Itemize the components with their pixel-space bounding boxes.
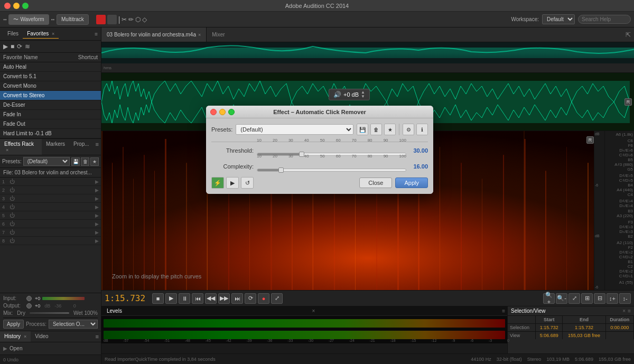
waveform-btn[interactable]: 〜 Waveform	[8, 14, 49, 25]
tab-video[interactable]: Video	[31, 331, 52, 342]
stop-btn[interactable]: ■	[152, 293, 164, 304]
multitrack-btn[interactable]: Multitrack	[57, 14, 89, 25]
tool1[interactable]	[107, 15, 117, 24]
complexity-thumb[interactable]	[278, 167, 284, 173]
loop-btn[interactable]: ⟳	[17, 43, 22, 50]
expand-btn[interactable]: ▶	[95, 179, 99, 184]
dialog-info-btn[interactable]: ℹ	[416, 124, 428, 135]
dialog-loop-file-btn[interactable]: ↺	[241, 177, 254, 189]
editor-tab[interactable]: 03 Bolero for violin and orchestra.m4a ×	[101, 27, 207, 42]
history-item-open[interactable]: ▶ Open	[3, 344, 98, 352]
dialog-minimize-btn[interactable]	[219, 109, 226, 115]
files-menu-btn[interactable]: ≡	[95, 31, 98, 37]
zoom-h-in-btn[interactable]: ↕+	[607, 293, 618, 304]
list-item[interactable]: Auto Heal	[0, 62, 101, 72]
power-btn[interactable]: ⏻	[10, 179, 17, 184]
tab-history[interactable]: History ×	[0, 331, 31, 342]
power-btn[interactable]: ⏻	[10, 187, 17, 193]
extra-btn[interactable]: ⤢	[271, 293, 283, 304]
tab-favorites[interactable]: Favorites ×	[23, 29, 59, 39]
expand-btn[interactable]: ▶	[95, 196, 99, 201]
play-btn[interactable]: ▶	[3, 43, 8, 50]
sel-view-close-btn[interactable]: ×	[622, 308, 626, 314]
spectral-r-btn[interactable]: R	[586, 136, 594, 144]
presets-star-btn[interactable]: ★	[90, 157, 99, 166]
list-item[interactable]: Fade In	[0, 110, 101, 119]
tab-effects-rack[interactable]: Effects Rack ×	[0, 139, 42, 155]
process-select[interactable]: Selection O...	[49, 320, 98, 329]
list-item[interactable]: Hard Limit to -0.1 dB	[0, 129, 101, 138]
zoom-fit-btn[interactable]: ⤢	[568, 293, 580, 304]
dialog-delete-preset-btn[interactable]: 🗑	[370, 124, 382, 135]
search-input[interactable]	[578, 15, 631, 24]
list-item[interactable]: Fade Out	[0, 119, 101, 129]
sel-view-menu-btn[interactable]: ≡	[628, 308, 631, 314]
editor-tab-close[interactable]: ×	[198, 32, 201, 38]
power-btn[interactable]: ⏻	[10, 195, 17, 201]
dialog-close-button[interactable]: Close	[359, 178, 392, 188]
mixer-tab[interactable]: Mixer	[207, 32, 230, 38]
levels-menu-btn[interactable]: ≡	[502, 308, 505, 314]
expand-btn[interactable]: ▶	[95, 238, 99, 244]
presets-select[interactable]: (Default)	[23, 157, 70, 166]
wet-dry-slider[interactable]	[30, 312, 69, 314]
favorites-close[interactable]: ×	[52, 31, 54, 36]
loop-btn[interactable]: ⟳	[245, 293, 256, 304]
workspace-select[interactable]: Default	[542, 14, 575, 24]
dialog-maximize-btn[interactable]	[228, 109, 235, 115]
input-dot[interactable]	[26, 296, 32, 301]
dialog-presets-select[interactable]: (Default)	[236, 124, 353, 135]
power-btn[interactable]: ⏻	[10, 238, 17, 244]
presets-delete-btn[interactable]: 🗑	[81, 157, 89, 166]
presets-save-btn[interactable]: 💾	[71, 157, 80, 166]
expand-btn[interactable]: ▶	[95, 213, 99, 218]
power-btn[interactable]: ⏻	[10, 212, 17, 218]
effects-menu-btn[interactable]: ≡	[94, 139, 101, 155]
expand-btn[interactable]: ▶	[95, 221, 99, 227]
list-item[interactable]: Convert Mono	[0, 81, 101, 91]
auto-play-btn[interactable]: ≋	[25, 43, 30, 50]
dialog-star-btn[interactable]: ★	[384, 124, 396, 135]
r-button[interactable]: R	[624, 98, 632, 106]
zoom-out-btn[interactable]: 🔍-	[556, 293, 567, 304]
zoom-in-btn[interactable]: 🔍+	[543, 293, 555, 304]
tab-properties[interactable]: Prop...	[69, 139, 93, 155]
power-btn[interactable]: ⏻	[10, 221, 17, 227]
expand-btn[interactable]: ▶	[95, 188, 99, 193]
cursor-tool[interactable]: |	[118, 15, 120, 24]
zoom-h-out-btn[interactable]: ↕-	[619, 293, 631, 304]
tab-markers[interactable]: Markers	[42, 139, 69, 155]
pause-btn[interactable]: ⏸	[179, 293, 190, 304]
list-item[interactable]: Convert to Stereo	[0, 91, 101, 100]
maximize-button[interactable]	[22, 3, 29, 9]
history-menu-btn[interactable]: ≡	[94, 331, 101, 342]
fwd-btn[interactable]: ▶▶	[218, 293, 230, 304]
expand-btn[interactable]: ▶	[95, 230, 99, 235]
list-item[interactable]: De-Esser	[0, 100, 101, 110]
stop-btn[interactable]: ■	[11, 43, 14, 50]
to-end-btn[interactable]: ⏭	[231, 293, 243, 304]
record-btn[interactable]: ●	[258, 293, 269, 304]
close-button[interactable]	[4, 3, 11, 9]
razor-tool[interactable]: ✂	[122, 16, 127, 23]
brush-tool[interactable]: ⬡	[135, 16, 141, 23]
tab-files[interactable]: Files	[3, 29, 23, 39]
complexity-slider[interactable]	[257, 169, 406, 172]
play-btn[interactable]: ▶	[165, 293, 177, 304]
gain-down-btn[interactable]: ▼	[361, 95, 365, 99]
list-item[interactable]: Convert to 5.1	[0, 72, 101, 81]
expand-btn[interactable]: ▶	[95, 204, 99, 210]
sel-end-val[interactable]: 1:15.732	[563, 324, 605, 332]
dialog-power-btn[interactable]: ⚡	[211, 177, 224, 189]
power-btn[interactable]: ⏻	[10, 229, 17, 235]
view-start-val[interactable]: 5:06.689	[536, 332, 563, 340]
to-start-btn[interactable]: ⏮	[192, 293, 203, 304]
back-btn[interactable]: ◀◀	[205, 293, 217, 304]
power-btn[interactable]: ⏻	[10, 204, 17, 210]
output-dot[interactable]	[26, 303, 32, 309]
levels-close-btn[interactable]: ×	[312, 308, 315, 314]
zoom-sel-btn[interactable]: ⊞	[581, 293, 593, 304]
sel-start-val[interactable]: 1:15.732	[536, 324, 563, 332]
zoom-all-btn[interactable]: ⊟	[594, 293, 605, 304]
dialog-close-btn[interactable]	[210, 109, 217, 115]
